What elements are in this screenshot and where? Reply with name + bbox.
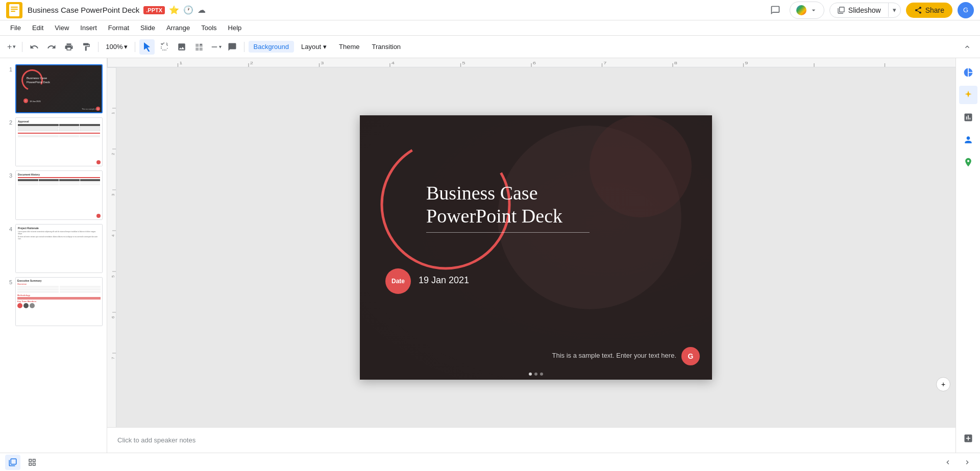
slide-footer-text[interactable]: This is a sample text. Enter your text h…	[552, 352, 677, 359]
comment-insert-button[interactable]	[225, 39, 240, 55]
slide-1-date-badge: D	[23, 98, 28, 103]
line-dropdown-arrow: ▾	[219, 44, 222, 49]
slide-date-text[interactable]: 19 Jan 2021	[419, 275, 469, 286]
theme-label: Theme	[339, 43, 359, 51]
notes-area[interactable]: Click to add speaker notes	[107, 427, 955, 453]
theme-button[interactable]: Theme	[334, 41, 364, 53]
slide-3-row	[18, 184, 100, 185]
slide-navigation-dots	[529, 373, 543, 376]
user-account-button[interactable]	[959, 131, 977, 149]
slide-5-cell	[60, 286, 101, 288]
gemini-button[interactable]	[959, 86, 977, 104]
share-button[interactable]: Share	[906, 3, 952, 18]
user-avatar[interactable]: G	[958, 2, 974, 18]
slide-thumbnail-4[interactable]: 4 Project Rationale Lorem ipsum dolor si…	[0, 222, 107, 275]
background-button[interactable]: Background	[249, 41, 294, 53]
menu-tools[interactable]: Tools	[196, 22, 222, 34]
slide-thumbnail-2[interactable]: 2 Approval	[0, 115, 107, 168]
history-icon[interactable]: 🕐	[183, 5, 193, 15]
bottom-bar	[0, 453, 980, 471]
svg-rect-1	[11, 7, 18, 8]
slide-2-title-preview: Approval	[18, 120, 100, 123]
slide-5-preview: Executive Summary Overview	[16, 278, 102, 326]
slide-2-badge	[96, 160, 101, 164]
undo-button[interactable]	[27, 39, 42, 55]
star-icon[interactable]: ⭐	[169, 5, 179, 15]
menu-format[interactable]: Format	[103, 22, 134, 34]
slide-2-cell	[80, 124, 100, 126]
zoom-control[interactable]: 100% ▾	[103, 41, 130, 53]
select-tool-button[interactable]	[157, 39, 172, 55]
analytics-button[interactable]	[959, 108, 977, 127]
menu-insert[interactable]: Insert	[75, 22, 102, 34]
slide-3-cell	[39, 179, 59, 181]
slide-3-cell	[80, 179, 101, 181]
line-tool-button[interactable]: ▾	[209, 39, 223, 55]
svg-text:3: 3	[111, 193, 115, 196]
slide-title-area[interactable]: Business Case PowerPoint Deck	[426, 182, 590, 240]
menu-arrange[interactable]: Arrange	[161, 22, 195, 34]
slide-canvas[interactable]: Business Case PowerPoint Deck Date 19 Ja…	[360, 115, 712, 380]
slide-thumbnail-5[interactable]: 5 Executive Summary Overview	[0, 275, 107, 328]
toolbar-divider-4	[244, 42, 244, 52]
grid-view-button[interactable]	[5, 455, 20, 470]
svg-rect-2	[11, 9, 18, 10]
slide-2-table-header	[18, 124, 100, 126]
slide-dot-3[interactable]	[540, 373, 543, 376]
strip-view-button[interactable]	[24, 455, 40, 470]
meet-button[interactable]	[790, 2, 824, 19]
plus-icon: +	[7, 42, 12, 52]
menu-view[interactable]: View	[50, 22, 74, 34]
explore-button[interactable]	[959, 63, 977, 82]
slide-dot-1[interactable]	[529, 373, 532, 376]
cloud-icon[interactable]: ☁	[198, 5, 206, 15]
slide-user-avatar[interactable]: G	[681, 347, 700, 365]
add-integration-button[interactable]	[959, 429, 977, 448]
paint-format-button[interactable]	[79, 39, 94, 55]
expand-button[interactable]: +	[936, 377, 950, 391]
svg-text:9: 9	[745, 61, 748, 65]
slide-4-text-1: Lorem ipsum dolor sit amet consectetur a…	[18, 231, 100, 235]
title-bar: Business Case PowerPoint Deck .PPTX ⭐ 🕐 …	[0, 0, 980, 20]
panel-expand-button[interactable]	[960, 455, 975, 470]
slideshow-button[interactable]: Slideshow	[830, 3, 888, 17]
main-layout: 1 Business CasePowerPoint Deck D 19 Jan …	[0, 58, 980, 453]
slide-number-3: 3	[4, 172, 12, 179]
slide-dot-2[interactable]	[534, 373, 537, 376]
slide-thumbnail-1[interactable]: 1 Business CasePowerPoint Deck D 19 Jan …	[0, 62, 107, 115]
menu-help[interactable]: Help	[223, 22, 247, 34]
menu-edit[interactable]: Edit	[27, 22, 48, 34]
notes-placeholder[interactable]: Click to add speaker notes	[117, 436, 195, 444]
slide-5-cell	[60, 291, 101, 293]
date-badge[interactable]: Date	[385, 268, 411, 294]
app-logo[interactable]	[6, 2, 22, 18]
shape-tool-button[interactable]	[191, 39, 207, 55]
comments-button[interactable]	[766, 1, 785, 19]
cursor-tool-button[interactable]	[139, 39, 155, 55]
transition-button[interactable]: Transition	[367, 41, 406, 53]
add-slide-button[interactable]: + ▾	[5, 39, 18, 55]
right-sidebar	[955, 58, 980, 453]
slide-1-date-preview: 19 Jan 2021	[30, 100, 41, 103]
slideshow-dropdown-arrow[interactable]: ▾	[888, 3, 900, 17]
image-tool-button[interactable]	[174, 39, 189, 55]
slide-3-cell	[18, 182, 38, 183]
slide-thumbnail-3[interactable]: 3 Document History	[0, 168, 107, 221]
svg-text:5: 5	[111, 275, 115, 278]
menu-file[interactable]: File	[5, 22, 26, 34]
svg-text:8: 8	[674, 61, 677, 65]
layout-dropdown-icon: ▾	[323, 43, 327, 51]
redo-button[interactable]	[44, 39, 59, 55]
svg-rect-3	[11, 11, 15, 12]
title-action-icons: ⭐ 🕐 ☁	[169, 5, 206, 15]
slide-3-title-preview: Document History	[18, 173, 100, 176]
slide-4-preview: Project Rationale Lorem ipsum dolor sit …	[16, 225, 102, 272]
slide-4-title-preview: Project Rationale	[18, 227, 100, 230]
toolbar-collapse-button[interactable]	[960, 39, 975, 55]
print-button[interactable]	[61, 39, 77, 55]
menu-slide[interactable]: Slide	[135, 22, 160, 34]
slide-5-team	[17, 303, 101, 308]
layout-button[interactable]: Layout ▾	[296, 41, 332, 53]
panel-collapse-button[interactable]	[940, 455, 955, 470]
maps-button[interactable]	[959, 153, 977, 171]
